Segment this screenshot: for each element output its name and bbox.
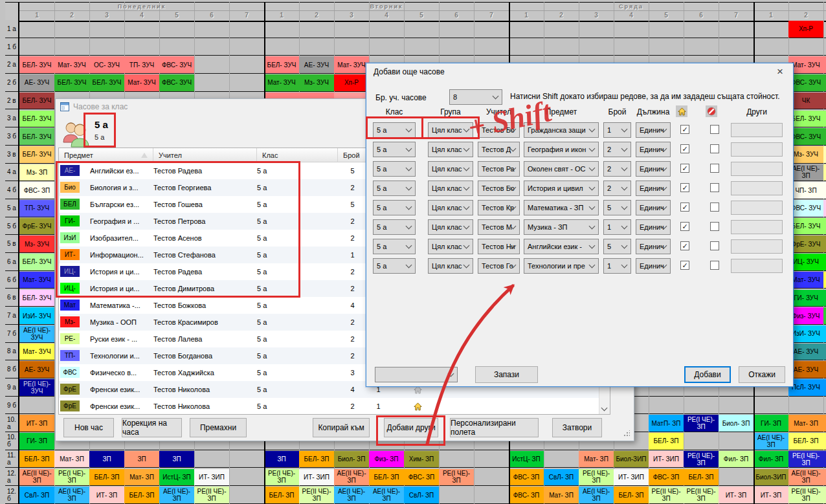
group-select[interactable]: Цял клас <box>428 258 473 274</box>
count-select[interactable]: 2 <box>603 161 631 177</box>
timetable-cell[interactable] <box>823 128 826 145</box>
timetable-cell[interactable]: АЕ- ЗУЧ <box>788 361 823 378</box>
other-input[interactable] <box>731 142 783 157</box>
other-input[interactable] <box>731 201 783 215</box>
home-checkbox[interactable]: ✓ <box>680 164 689 173</box>
timetable-cell[interactable]: БЕЛ- ЗП <box>649 433 684 450</box>
timetable-cell[interactable]: ФрЕ- ЗУЧ <box>19 218 54 235</box>
timetable-cell[interactable]: ФВС- ЗУЧ <box>788 74 823 91</box>
length-select[interactable]: Единич <box>636 200 671 215</box>
timetable-cell[interactable]: РЕ(I ЧЕ)-ЗП <box>684 415 719 432</box>
timetable-cell[interactable]: АЕ- ЗУЧ <box>19 361 54 378</box>
length-select[interactable]: Единич <box>636 258 671 274</box>
subject-select[interactable]: Английски език - <box>524 239 599 254</box>
other-input[interactable] <box>731 259 783 273</box>
timetable-cell[interactable]: ПсЛ- ЗУЧ <box>788 379 823 396</box>
timetable-cell[interactable]: АЕ(I ЧЕ)-ЗП <box>753 433 788 450</box>
copy-to-button[interactable]: Копирай към <box>313 418 370 437</box>
add-others-button[interactable]: Добави други <box>384 418 438 437</box>
timetable-cell[interactable]: БЕЛ- ЗП <box>369 469 404 486</box>
timetable-cell[interactable]: БЕЛ- ЗП <box>124 487 159 503</box>
count-select[interactable]: 5 <box>603 239 631 254</box>
timetable-cell[interactable] <box>823 182 826 199</box>
timetable-cell[interactable]: ИТ- ЗИП <box>194 469 229 486</box>
group-select[interactable]: Цял клас <box>428 239 473 254</box>
timetable-cell[interactable] <box>823 344 826 360</box>
other-input[interactable] <box>731 220 783 234</box>
timetable-cell[interactable]: ФВС- ЗУЧ <box>159 56 194 73</box>
timetable-cell[interactable] <box>823 469 826 486</box>
subject-select[interactable]: Музика - ЗП <box>524 219 599 235</box>
timetable-cell[interactable]: ИТ- ЗП <box>19 415 54 432</box>
timetable-cell[interactable]: АЕ(I ЧЕ)-ЗП <box>369 487 404 503</box>
home-checkbox[interactable]: ✓ <box>680 203 689 212</box>
timetable-cell[interactable] <box>823 218 826 235</box>
timetable-cell[interactable]: АЕ(II ЧЕ)-ЗП <box>334 469 369 486</box>
count-select[interactable]: 5 <box>603 200 631 215</box>
timetable-cell[interactable]: БЕЛ- ЗП <box>299 451 334 468</box>
timetable-cell[interactable]: Хп-Р <box>334 74 369 91</box>
timetable-cell[interactable]: БЕЛ- ЗП <box>89 469 124 486</box>
timetable-cell[interactable]: АЕ- ЗУЧ <box>788 344 823 360</box>
table-row[interactable]: ФрЕФренски език...Тестов Николова5 а21 <box>59 398 600 415</box>
timetable-cell[interactable]: Мат- ЗУЧ <box>124 74 159 91</box>
timetable-cell[interactable] <box>823 325 826 342</box>
timetable-cell[interactable]: Фил- ЗП <box>753 451 788 468</box>
timetable-cell[interactable]: ФВС- ЗП <box>404 469 439 486</box>
timetable-cell[interactable]: ИстЦ- ЗП <box>509 451 544 468</box>
teacher-select[interactable]: Тестов Д <box>478 142 520 157</box>
subject-select[interactable]: Околен свят - ОС <box>524 161 599 177</box>
hours-count-select[interactable]: 8 <box>449 89 502 105</box>
timetable-cell[interactable] <box>823 433 826 450</box>
timetable-cell[interactable]: БЕЛ- ЗП <box>614 487 649 503</box>
timetable-cell[interactable]: АЕ(I ЧЕ)-ЗП <box>54 487 89 503</box>
home-checkbox[interactable]: ✓ <box>680 241 689 250</box>
timetable-cell[interactable] <box>823 307 826 324</box>
timetable-cell[interactable]: БЕЛ- ЗП <box>788 433 823 450</box>
teacher-select[interactable]: Тестов Кр <box>478 200 520 215</box>
timetable-cell[interactable]: РЕ(I ЧЕ)-ЗП <box>439 469 474 486</box>
other-input[interactable] <box>731 123 783 137</box>
blocked-checkbox[interactable] <box>710 144 719 153</box>
blocked-checkbox[interactable] <box>710 241 719 250</box>
timetable-cell[interactable] <box>823 254 826 270</box>
timetable-cell[interactable]: БЕЛ- ЗУЧ <box>89 74 124 91</box>
timetable-cell[interactable]: БЕЛ- ЗУЧ <box>19 56 54 73</box>
length-select[interactable]: Единич <box>636 142 671 157</box>
timetable-cell[interactable]: АЕ- ЗУЧ <box>299 56 334 73</box>
timetable-cell[interactable]: РЕ(I ЧЕ)-ЗП <box>54 469 89 486</box>
timetable-cell[interactable]: МатП- ЗП <box>649 415 684 432</box>
timetable-cell[interactable] <box>823 74 826 91</box>
timetable-cell[interactable]: БЕЛ- ЗУЧ <box>19 290 54 307</box>
timetable-cell[interactable] <box>823 146 826 163</box>
timetable-cell[interactable]: БЕЛ- ЗУЧ <box>19 254 54 270</box>
timetable-cell[interactable]: ИзИ- ЗУЧ <box>19 307 54 324</box>
length-select[interactable]: Единич <box>636 161 671 177</box>
timetable-cell[interactable]: Фил- ЗП <box>719 451 753 468</box>
timetable-cell[interactable]: ИТ- ЗИП <box>299 469 334 486</box>
timetable-cell[interactable]: Мат- ЗУЧ <box>334 56 369 73</box>
column-header-count[interactable]: Брой <box>338 148 367 162</box>
timetable-cell[interactable]: Мат- ЗУЧ <box>788 272 823 289</box>
group-select[interactable]: Цял клас <box>428 142 473 157</box>
timetable-cell[interactable] <box>823 236 826 252</box>
timetable-cell[interactable]: СвЛ- ЗП <box>404 487 439 503</box>
class-select[interactable]: 5 а <box>373 122 416 138</box>
scroll-down-icon[interactable] <box>599 404 609 414</box>
timetable-cell[interactable]: БЕЛ- ЗП <box>264 487 299 503</box>
blocked-checkbox[interactable] <box>710 125 719 134</box>
timetable-cell[interactable]: Биол-ЗИП <box>614 451 649 468</box>
timetable-cell[interactable]: Биол- ЗП <box>719 415 753 432</box>
timetable-cell[interactable]: ГИ- ЗП <box>753 415 788 432</box>
timetable-cell[interactable]: ФВС- ЗП <box>509 487 544 503</box>
timetable-cell[interactable] <box>823 272 826 289</box>
timetable-cell[interactable]: РЕ(II ЧЕ)-ЗП <box>299 487 334 503</box>
timetable-cell[interactable]: БЕЛ- ЗУЧ <box>19 93 54 109</box>
blocked-checkbox[interactable] <box>710 261 719 270</box>
timetable-cell[interactable]: Хим- ЗП <box>404 451 439 468</box>
timetable-cell[interactable]: ИстЦ- ЗП <box>159 469 194 486</box>
timetable-cell[interactable]: Мз- ЗУЧ <box>299 74 334 91</box>
save-button[interactable]: Запази <box>475 366 538 383</box>
timetable-cell[interactable]: ИТ- ЗИП <box>649 451 684 468</box>
timetable-cell[interactable]: АЕ(II ЧЕ)-ЗП <box>788 469 823 486</box>
